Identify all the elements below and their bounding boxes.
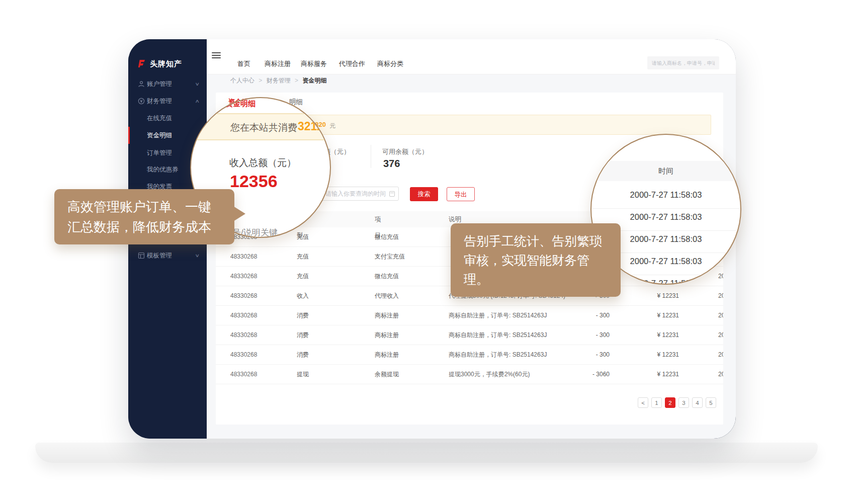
cell-order: 48330268 <box>230 365 257 384</box>
cell-balance: ¥ 12231 <box>629 306 679 325</box>
export-button[interactable]: 导出 <box>447 187 475 201</box>
cell-amount: - 300 <box>559 306 610 325</box>
pagination-page-5[interactable]: 5 <box>706 397 716 408</box>
sidebar-item-finance[interactable]: 财务管理 ∧ <box>128 94 207 109</box>
date-query-input[interactable] <box>320 187 399 201</box>
cell-time: 2000-7-27 11:58:03 <box>718 365 723 384</box>
table-row[interactable]: 48330268 提现 余额提现 提现3000元，手续费2%(60元) - 30… <box>216 365 723 384</box>
cell-desc: 提现3000元，手续费2%(60元) <box>449 365 530 384</box>
page: 头牌知产 账户管理 ∨ 财务管理 ∧ 在线充值 资金 <box>0 0 853 504</box>
cell-type: 收入 <box>297 286 309 306</box>
balance-value: 376 <box>383 158 400 170</box>
cell-amount: - 300 <box>559 325 610 345</box>
active-indicator <box>128 127 130 144</box>
pagination-page-3[interactable]: 3 <box>678 397 689 408</box>
magnified-time-row: 2000-7-27 11:58:03 <box>591 190 740 200</box>
cell-order: 48330268 <box>230 306 257 325</box>
cell-item: 支付宝充值 <box>375 247 405 267</box>
cell-type: 充值 <box>297 247 309 267</box>
sidebar-item-templates[interactable]: 模板管理 ∨ <box>128 248 207 263</box>
cell-type: 消费 <box>297 325 309 345</box>
cell-order: 48330268 <box>230 325 257 345</box>
chevron-down-icon: ∨ <box>195 248 200 263</box>
callout-left-line: 高效管理账户订单、一键 <box>67 197 234 217</box>
breadcrumb-separator: > <box>259 77 262 84</box>
cell-type: 提现 <box>297 365 309 384</box>
callout-left: 高效管理账户订单、一键 汇总数据，降低财务成本 <box>54 189 234 244</box>
sidebar-item-online-recharge[interactable]: 在线充值 <box>128 111 207 126</box>
nav-trademark-svc[interactable]: 商标服务 <box>301 59 327 68</box>
balance-label: 可用余额（元） <box>382 147 428 156</box>
callout-right: 告别手工统计、告别繁琐 审核，实现智能财务管 理。 <box>451 223 621 297</box>
magnified-notice-text: 您在本站共消费 <box>230 121 297 134</box>
cell-time: 2000-7-27 11:58:03 <box>718 306 723 325</box>
cell-item: 余额提现 <box>375 365 399 384</box>
cell-type: 充值 <box>297 227 309 247</box>
sidebar-item-account[interactable]: 账户管理 ∨ <box>128 76 207 92</box>
brand-name: 头牌知产 <box>150 59 182 69</box>
callout-right-line: 理。 <box>464 270 621 289</box>
callout-left-line: 汇总数据，降低财务成本 <box>67 217 234 237</box>
hamburger-menu-icon[interactable] <box>212 52 221 59</box>
pagination: < 1 2 3 4 5 <box>216 397 723 408</box>
brand-logo: 头牌知产 <box>137 58 202 70</box>
pagination-page-4[interactable]: 4 <box>692 397 703 408</box>
breadcrumb-separator: > <box>295 77 298 84</box>
cell-type: 消费 <box>297 306 309 325</box>
search-button[interactable]: 搜索 <box>410 187 438 201</box>
nav-home[interactable]: 首页 <box>237 59 250 68</box>
laptop-base <box>35 443 818 463</box>
cell-amount: - 300 <box>559 345 610 365</box>
sort-caret-icon: ∨ <box>377 211 380 227</box>
cell-item: 商标注册 <box>375 306 399 325</box>
callout-right-line: 审核，实现智能财务管 <box>464 250 621 270</box>
magnified-income-value: 12356 <box>230 172 278 191</box>
cell-balance: ¥ 12231 <box>629 365 679 384</box>
pagination-page-2-active[interactable]: 2 <box>665 397 675 408</box>
magnified-income-label: 收入总额（元） <box>229 156 296 170</box>
top-navbar: 首页 商标注册 商标服务 代理合作 商标分类 <box>207 39 736 74</box>
cell-order: 48330268 <box>230 286 257 306</box>
breadcrumb: 个人中心 > 财务管理 > 资金明细 <box>230 76 326 85</box>
nav-trademark-class[interactable]: 商标分类 <box>377 59 403 68</box>
callout-right-line: 告别手工统计、告别繁琐 <box>464 231 621 250</box>
cell-balance: ¥ 12231 <box>629 286 679 306</box>
table-row[interactable]: 48330268 消费 商标注册 商标自助注册，订单号: SB2514263J … <box>216 345 723 365</box>
brand-logo-icon <box>137 59 146 68</box>
cell-amount: - 3060 <box>559 365 610 384</box>
pagination-prev[interactable]: < <box>638 397 648 408</box>
cell-desc: 商标自助注册，订单号: SB2514263J <box>449 345 547 365</box>
cell-item: 商标注册 <box>375 325 399 345</box>
table-row[interactable]: 48330268 消费 商标注册 商标自助注册，订单号: SB2514263J … <box>216 325 723 345</box>
cell-order: 48330268 <box>230 267 257 286</box>
template-icon <box>138 252 145 259</box>
callout-left-arrow <box>233 206 245 221</box>
cell-time: 2000-7-27 11:58:03 <box>718 345 723 365</box>
chevron-down-icon: ∨ <box>195 76 200 92</box>
wallet-icon <box>138 98 145 105</box>
cell-desc: 商标自助注册，订单号: SB2514263J <box>449 306 547 325</box>
cell-item: 微信充值 <box>375 227 399 247</box>
cell-time: 2000-7-27 11:58:03 <box>718 325 723 345</box>
cell-balance: ¥ 12231 <box>629 345 679 365</box>
user-icon <box>138 80 145 88</box>
cell-desc: 商标自助注册，订单号: SB2514263J <box>449 325 547 345</box>
cell-item: 微信充值 <box>375 267 399 286</box>
chevron-up-icon: ∧ <box>195 94 200 109</box>
search-input[interactable] <box>647 56 719 69</box>
magnified-time-header: 时间 <box>591 166 740 176</box>
magnified-time-row: 2000-7-27 11:58:03 <box>591 212 740 222</box>
sidebar-item-label: 财务管理 <box>147 94 172 109</box>
nav-trademark-reg[interactable]: 商标注册 <box>265 59 291 68</box>
table-row[interactable]: 48330268 消费 商标注册 商标自助注册，订单号: SB2514263J … <box>216 306 723 325</box>
pagination-page-1[interactable]: 1 <box>651 397 662 408</box>
cell-item: 商标注册 <box>375 345 399 365</box>
cell-item: 代理收入 <box>375 286 399 306</box>
cell-order: 48330268 <box>230 247 257 267</box>
calendar-icon[interactable] <box>389 191 395 197</box>
cell-balance: ¥ 12231 <box>629 325 679 345</box>
cell-time: 2000-7-27 11:58:03 <box>718 286 723 306</box>
stat-divider <box>371 145 371 168</box>
cell-time: 2000-7-27 11:58:03 <box>718 267 723 286</box>
nav-agent-coop[interactable]: 代理合作 <box>339 59 365 68</box>
